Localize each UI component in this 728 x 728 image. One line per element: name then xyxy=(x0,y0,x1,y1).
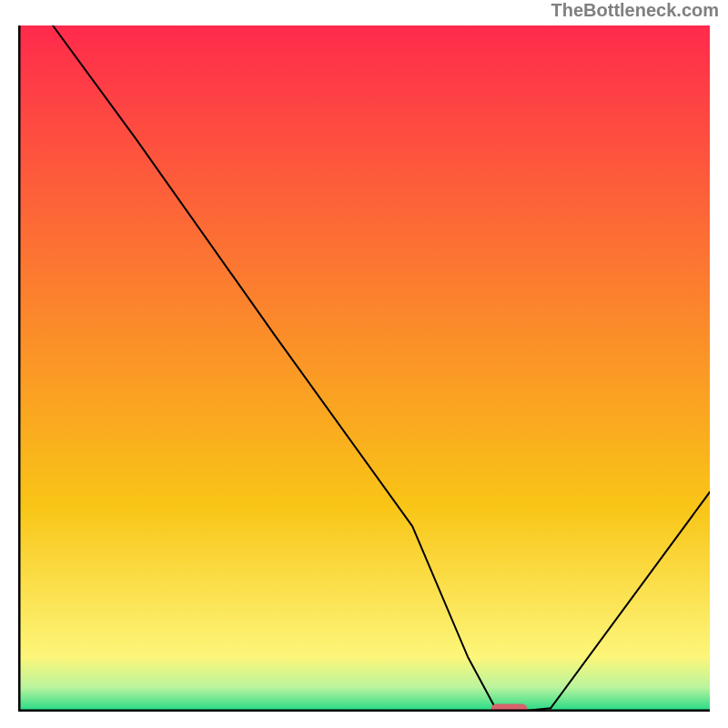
svg-rect-3 xyxy=(18,657,710,688)
plot-area xyxy=(18,25,710,712)
watermark-text: TheBottleneck.com xyxy=(551,0,719,21)
bottleneck-chart xyxy=(18,25,710,712)
svg-rect-4 xyxy=(18,688,710,712)
svg-rect-1 xyxy=(18,25,710,506)
chart-frame: TheBottleneck.com xyxy=(0,0,728,728)
